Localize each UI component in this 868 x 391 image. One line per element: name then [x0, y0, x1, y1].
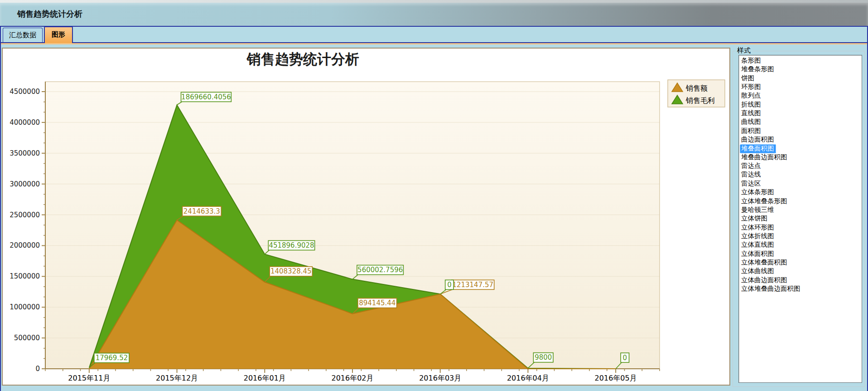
- style-list-item[interactable]: 堆叠条形图: [740, 65, 862, 73]
- svg-text:0: 0: [447, 281, 452, 289]
- style-list-item[interactable]: 立体曲线图: [740, 267, 862, 275]
- y-tick-label: 2000000: [10, 241, 40, 249]
- x-tick-label: 2015年12月: [156, 374, 198, 382]
- style-list-item[interactable]: 堆叠面积图: [740, 144, 776, 153]
- style-list-item[interactable]: 雷达区: [740, 179, 862, 188]
- style-list-item[interactable]: 立体折线图: [740, 232, 862, 240]
- x-tick-label: 2016年05月: [595, 374, 637, 382]
- style-list-item[interactable]: 环形图: [740, 83, 862, 91]
- style-list-item[interactable]: 直线图: [740, 109, 862, 117]
- style-list-item[interactable]: 立体曲边面积图: [740, 276, 862, 284]
- chart-panel: 0500000100000015000002000000250000030000…: [2, 48, 730, 386]
- y-tick-label: 1500000: [10, 272, 40, 280]
- active-tab-underline: [0, 43, 868, 44]
- x-tick-label: 2016年03月: [419, 374, 461, 382]
- style-list-item[interactable]: 立体堆叠面积图: [740, 258, 862, 267]
- style-list-item[interactable]: 曲边面积图: [740, 135, 862, 144]
- style-groupbox-label: 样式: [735, 46, 752, 55]
- app-title: 销售趋势统计分析: [17, 9, 868, 20]
- x-tick-label: 2015年11月: [68, 374, 110, 382]
- style-list-item[interactable]: 雷达点: [740, 161, 862, 170]
- app-title-bar: 销售趋势统计分析: [0, 3, 868, 26]
- style-list-item[interactable]: 面积图: [740, 127, 862, 135]
- y-tick-label: 3500000: [10, 149, 40, 157]
- style-list-item[interactable]: 散列点: [740, 91, 862, 100]
- y-tick-label: 2500000: [10, 211, 40, 219]
- style-list-item[interactable]: 曼哈顿三维: [740, 205, 862, 214]
- x-tick-label: 2016年01月: [244, 374, 286, 382]
- svg-text:894145.44: 894145.44: [359, 299, 395, 307]
- x-tick-label: 2016年02月: [331, 374, 373, 382]
- frame-left-border: [0, 26, 1, 391]
- style-list-item[interactable]: 雷达线: [740, 170, 862, 179]
- x-tick-label: 2016年04月: [507, 374, 549, 382]
- svg-text:560002.7596: 560002.7596: [357, 266, 403, 274]
- sales-trend-stacked-area-chart: 0500000100000015000002000000250000030000…: [3, 49, 729, 385]
- legend-label: 销售毛利: [685, 96, 715, 105]
- svg-text:1213147.57: 1213147.57: [452, 281, 493, 289]
- style-list-item[interactable]: 立体堆叠条形图: [740, 197, 862, 205]
- style-list-item[interactable]: 条形图: [740, 56, 862, 65]
- style-list-item[interactable]: 立体饼图: [740, 214, 862, 223]
- tab-graph[interactable]: 图形: [44, 26, 73, 43]
- style-list-item[interactable]: 立体条形图: [740, 188, 862, 196]
- style-list-item[interactable]: 折线图: [740, 100, 862, 109]
- y-tick-label: 0: [35, 365, 40, 373]
- tab-summary-data[interactable]: 汇总数据: [3, 28, 43, 42]
- svg-text:1408328.45: 1408328.45: [270, 267, 312, 275]
- y-tick-label: 3000000: [10, 180, 40, 188]
- y-tick-label: 500000: [14, 334, 40, 342]
- tab-strip: [0, 26, 868, 43]
- style-list-item[interactable]: 堆叠曲边面积图: [740, 153, 862, 161]
- style-listbox[interactable]: 条形图堆叠条形图饼图环形图散列点折线图直线图曲线图面积图曲边面积图堆叠面积图堆叠…: [738, 55, 862, 383]
- y-tick-label: 4000000: [10, 118, 40, 127]
- y-tick-label: 1000000: [10, 303, 40, 311]
- svg-text:451896.9028: 451896.9028: [269, 241, 314, 249]
- chart-legend: 销售额销售毛利: [668, 80, 725, 107]
- style-list-item[interactable]: 立体堆叠曲边面积图: [740, 284, 862, 293]
- svg-text:0: 0: [623, 354, 627, 362]
- style-list-item[interactable]: 立体环形图: [740, 223, 862, 232]
- svg-text:9800: 9800: [535, 353, 552, 362]
- svg-text:2414633.3: 2414633.3: [183, 207, 220, 215]
- style-list-item[interactable]: 曲线图: [740, 117, 862, 126]
- svg-text:17969.52: 17969.52: [96, 354, 128, 362]
- style-list-item[interactable]: 立体直线图: [740, 240, 862, 249]
- y-tick-label: 4500000: [10, 88, 40, 96]
- legend-label: 销售额: [685, 84, 708, 93]
- svg-text:1869660.4056: 1869660.4056: [181, 93, 231, 101]
- style-list-item[interactable]: 饼图: [740, 74, 862, 83]
- style-list-item[interactable]: 立体面积图: [740, 249, 862, 258]
